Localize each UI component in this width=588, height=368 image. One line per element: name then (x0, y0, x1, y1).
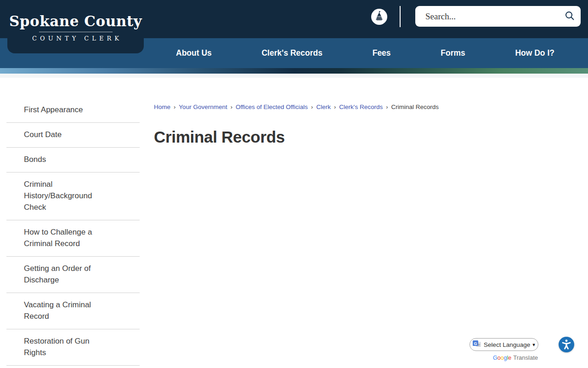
google-logo-letter: o (498, 355, 501, 361)
header-divider (400, 6, 401, 27)
sidebar-item-criminal-history[interactable]: Criminal History/Background Check (6, 172, 140, 220)
breadcrumb-separator: › (386, 104, 388, 110)
logo-title: Spokane County (7, 13, 144, 29)
search-button[interactable] (559, 6, 581, 27)
breadcrumb-link-home[interactable]: Home (154, 104, 170, 110)
breadcrumb-link-elected-officials[interactable]: Offices of Elected Officials (236, 104, 308, 110)
courthouse-icon (373, 10, 385, 23)
google-translate-attribution[interactable]: GoogleTranslate (469, 354, 538, 361)
content-top-shade (0, 74, 588, 78)
search-input[interactable] (415, 6, 559, 27)
nav-item-how-do-i[interactable]: How Do I? (515, 48, 554, 58)
google-logo-letter: o (501, 355, 504, 361)
breadcrumb-current: Criminal Records (391, 104, 439, 110)
breadcrumb-link-your-government[interactable]: Your Government (179, 104, 227, 110)
nav-item-about-us[interactable]: About Us (176, 48, 212, 58)
sidebar-item-challenge-record[interactable]: How to Challenge a Criminal Record (6, 220, 140, 257)
language-select[interactable]: G 文 Select Language ▾ (469, 338, 538, 351)
translate-label: Translate (513, 354, 538, 361)
svg-text:G: G (474, 341, 477, 346)
sidebar-item-label: Court Date (24, 129, 107, 140)
accessibility-button[interactable] (559, 337, 574, 352)
site-logo[interactable]: Spokane County COUNTY CLERK (7, 0, 144, 53)
sidebar-item-vacating-record[interactable]: Vacating a Criminal Record (6, 293, 140, 329)
nav-item-clerks-records[interactable]: Clerk's Records (261, 48, 322, 58)
google-logo-letter: g (504, 355, 507, 361)
main-nav-items: About Us Clerk's Records Fees Forms How … (176, 38, 554, 68)
sidebar-item-label: Getting an Order of Discharge (24, 263, 107, 286)
breadcrumb-link-clerks-records[interactable]: Clerk's Records (339, 104, 383, 110)
breadcrumb-link-clerk[interactable]: Clerk (316, 104, 331, 110)
nav-item-fees[interactable]: Fees (373, 48, 391, 58)
sidebar-item-label: Bonds (24, 154, 107, 165)
sidebar-item-label: Restoration of Gun Rights (24, 335, 107, 358)
accessibility-icon (560, 338, 572, 351)
logo-subtitle: COUNTY CLERK (11, 35, 144, 42)
search-box (415, 6, 581, 27)
sidebar-item-gun-rights[interactable]: Restoration of Gun Rights (6, 329, 140, 366)
sidebar-item-first-appearance[interactable]: First Appearance (6, 98, 140, 123)
search-icon (564, 10, 575, 23)
google-logo-letter: G (493, 355, 498, 361)
svg-text:文: 文 (477, 343, 481, 347)
language-select-value: Select Language (484, 341, 530, 348)
page-title: Criminal Records (154, 128, 285, 146)
logo-rule (39, 32, 113, 32)
sidebar-item-label: First Appearance (24, 104, 107, 115)
sidebar-item-label: How to Challenge a Criminal Record (24, 226, 107, 249)
sidebar-item-order-of-discharge[interactable]: Getting an Order of Discharge (6, 257, 140, 293)
breadcrumb-separator: › (231, 104, 232, 110)
breadcrumb: Home›Your Government›Offices of Elected … (154, 104, 439, 110)
google-logo-letter: e (508, 355, 511, 361)
sidebar-item-bonds[interactable]: Bonds (6, 148, 140, 172)
sidebar-item-label: Criminal History/Background Check (24, 178, 107, 213)
sidebar-item-court-date[interactable]: Court Date (6, 123, 140, 148)
sidebar-item-label: Vacating a Criminal Record (24, 299, 107, 322)
nav-item-forms[interactable]: Forms (441, 48, 465, 58)
breadcrumb-separator: › (334, 104, 336, 110)
accent-gradient-strip (0, 68, 588, 74)
google-translate-icon: G 文 (472, 339, 481, 350)
google-translate-widget: G 文 Select Language ▾ GoogleTranslate (469, 338, 538, 361)
county-seal[interactable] (371, 9, 387, 25)
left-sidebar-menu: First Appearance Court Date Bonds Crimin… (6, 98, 140, 366)
chevron-down-icon: ▾ (532, 342, 535, 348)
breadcrumb-separator: › (311, 104, 313, 110)
breadcrumb-separator: › (174, 104, 175, 110)
